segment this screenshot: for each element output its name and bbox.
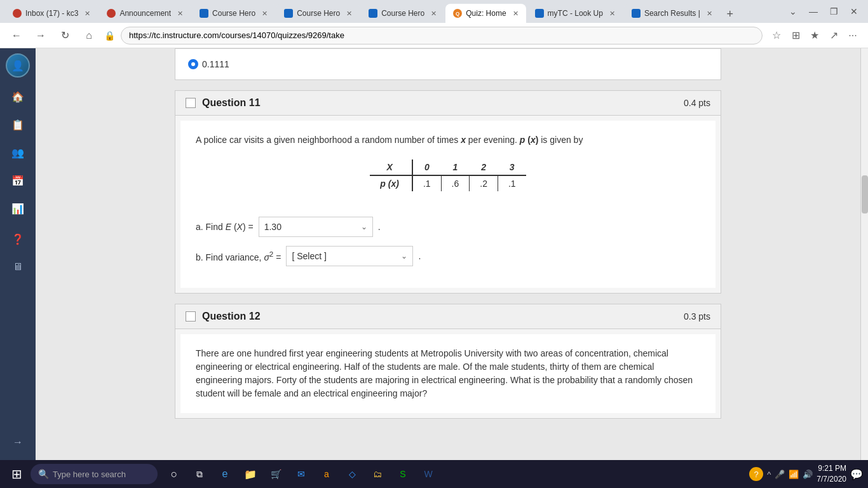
- question-11-title: Question 11: [186, 97, 261, 109]
- question-12-text: There are one hundred first year enginee…: [196, 347, 700, 400]
- sidebar-item-help[interactable]: ❓: [5, 226, 31, 252]
- scrollbar-thumb[interactable]: [862, 175, 868, 214]
- tab-close-coursehero1[interactable]: ✕: [262, 10, 268, 18]
- url-input[interactable]: [121, 27, 763, 44]
- sidebar-item-people[interactable]: 👥: [5, 140, 31, 165]
- back-button[interactable]: ←: [8, 27, 25, 44]
- more-button[interactable]: ···: [845, 28, 860, 43]
- content-area: 0.1111 Question 11 0.4 pts A polic: [36, 48, 860, 460]
- table-cell-0: .1: [412, 175, 441, 191]
- tray-volume[interactable]: 🔊: [803, 470, 813, 479]
- avatar[interactable]: 👤: [6, 53, 30, 78]
- restore-button[interactable]: ❐: [825, 3, 843, 20]
- sidebar-item-calendar[interactable]: 📅: [5, 168, 31, 193]
- question-11-checkbox[interactable]: [186, 98, 196, 108]
- prev-answer-block: 0.1111: [175, 48, 721, 80]
- reload-button[interactable]: ↻: [56, 27, 74, 44]
- part-b-label: b. Find variance, σ2 =: [196, 250, 281, 262]
- tab-close-coursehero2[interactable]: ✕: [346, 10, 352, 18]
- taskbar-cortana[interactable]: ○: [163, 463, 186, 485]
- home-icon: 🏠: [11, 91, 24, 103]
- browser-window: Inbox (17) - kc3 ✕ Announcement ✕ Course…: [0, 0, 868, 488]
- part-b-dropdown[interactable]: [ Select ] ⌄: [286, 246, 413, 266]
- quiz-container: 0.1111 Question 11 0.4 pts A polic: [162, 48, 734, 429]
- tray-clock[interactable]: 9:21 PM 7/7/2020: [817, 463, 846, 485]
- tab-coursehero1[interactable]: Course Hero ✕: [192, 4, 275, 23]
- taskbar-amazon[interactable]: a: [315, 463, 338, 485]
- calendar-icon: 📅: [11, 175, 24, 187]
- tray-notification[interactable]: 💬: [850, 468, 863, 480]
- tray-mic[interactable]: 🎤: [775, 470, 785, 479]
- tab-announcement[interactable]: Announcement ✕: [99, 4, 191, 23]
- taskbar-edge[interactable]: e: [214, 463, 236, 485]
- reader-view-icon[interactable]: ⊞: [788, 28, 803, 43]
- tab-mytc[interactable]: myTC - Look Up ✕: [527, 4, 623, 23]
- table-header-2: 2: [470, 159, 498, 175]
- sidebar-item-home[interactable]: 🏠: [5, 84, 31, 109]
- close-button[interactable]: ✕: [845, 3, 863, 20]
- tray-help[interactable]: ?: [749, 467, 763, 481]
- question-11-text: A police car visits a given neighborhood…: [196, 133, 700, 147]
- tab-inbox[interactable]: Inbox (17) - kc3 ✕: [5, 4, 98, 23]
- question-12-block: Question 12 0.3 pts There are one hundre…: [175, 304, 721, 419]
- part-a-dropdown[interactable]: 1.30 ⌄: [259, 217, 373, 237]
- part-b-placeholder: [ Select ]: [292, 251, 326, 261]
- scrollbar[interactable]: [860, 48, 868, 460]
- lock-icon: 🔒: [104, 30, 114, 41]
- tab-close-quiz[interactable]: ✕: [513, 10, 519, 18]
- sidebar-item-courses[interactable]: 📋: [5, 112, 31, 137]
- tab-searchresults[interactable]: Search Results | ✕: [624, 4, 720, 23]
- tab-close-searchresults[interactable]: ✕: [707, 10, 712, 18]
- part-b-chevron-icon: ⌄: [401, 252, 407, 261]
- tab-close-mytc[interactable]: ✕: [609, 10, 615, 18]
- new-tab-button[interactable]: +: [721, 5, 739, 23]
- tab-close-inbox[interactable]: ✕: [85, 10, 90, 18]
- start-button[interactable]: ⊞: [5, 463, 28, 485]
- taskbar-mail[interactable]: ✉: [290, 463, 313, 485]
- courses-icon: 📋: [11, 119, 24, 131]
- tab-close-announcement[interactable]: ✕: [177, 10, 183, 18]
- tab-coursehero3[interactable]: Course Hero ✕: [361, 4, 444, 23]
- question-11-part-b: b. Find variance, σ2 = [ Select ] ⌄ .: [196, 246, 700, 266]
- taskbar-tray: ? ^ 🎤 📶 🔊 9:21 PM 7/7/2020 💬: [749, 463, 863, 485]
- minimize-button[interactable]: —: [804, 3, 822, 20]
- taskbar-file-explorer[interactable]: 📁: [239, 463, 262, 485]
- taskbar-app-s[interactable]: S: [391, 463, 414, 485]
- main-area: 👤 🏠 📋 👥 📅 📊 ❓ 🖥 →: [0, 48, 868, 460]
- tab-quiz[interactable]: Q Quiz: Home ✕: [445, 4, 526, 23]
- sidebar-item-commons[interactable]: 🖥: [5, 254, 31, 280]
- part-a-label: a. Find E (X) =: [196, 222, 254, 232]
- bookmark-icon[interactable]: ☆: [769, 28, 784, 43]
- address-bar: ← → ↻ ⌂ 🔒 ☆ ⊞ ★ ↗ ···: [0, 23, 868, 48]
- taskbar-dropbox[interactable]: ◇: [341, 463, 363, 485]
- tray-time-value: 9:21 PM: [817, 463, 846, 474]
- table-cell-3: .1: [498, 175, 526, 191]
- taskbar-store[interactable]: 🛒: [264, 463, 287, 485]
- table-header-3: 3: [498, 159, 526, 175]
- favorites-icon[interactable]: ★: [807, 28, 822, 43]
- taskbar-search[interactable]: 🔍 Type here to search: [31, 464, 158, 484]
- collapse-icon: →: [13, 437, 23, 448]
- forward-button[interactable]: →: [32, 27, 50, 44]
- taskbar-word[interactable]: W: [417, 463, 440, 485]
- sidebar-collapse-button[interactable]: →: [5, 430, 31, 455]
- tab-close-coursehero3[interactable]: ✕: [431, 10, 437, 18]
- home-button[interactable]: ⌂: [80, 27, 98, 44]
- question-12-checkbox[interactable]: [186, 311, 196, 322]
- question-11-header: Question 11 0.4 pts: [175, 91, 721, 116]
- tray-chevron[interactable]: ^: [767, 470, 771, 479]
- taskbar-files[interactable]: 🗂: [366, 463, 389, 485]
- sidebar-item-grades[interactable]: 📊: [5, 196, 31, 221]
- part-a-chevron-icon: ⌄: [361, 222, 367, 231]
- probability-table: X 0 1 2 3 p (x) .1 .6: [370, 159, 526, 191]
- table-header-x: X: [370, 159, 412, 175]
- tab-coursehero2[interactable]: Course Hero ✕: [276, 4, 360, 23]
- question-11-pts: 0.4 pts: [684, 98, 710, 108]
- taskbar: ⊞ 🔍 Type here to search ○ ⧉ e 📁 🛒 ✉ a ◇ …: [0, 460, 868, 488]
- tab-bar: Inbox (17) - kc3 ✕ Announcement ✕ Course…: [0, 0, 868, 23]
- tray-wifi[interactable]: 📶: [789, 470, 799, 479]
- tab-list-button[interactable]: ⌄: [784, 3, 802, 20]
- taskbar-multitask[interactable]: ⧉: [188, 463, 211, 485]
- part-b-dot: .: [418, 251, 421, 261]
- share-icon[interactable]: ↗: [826, 28, 841, 43]
